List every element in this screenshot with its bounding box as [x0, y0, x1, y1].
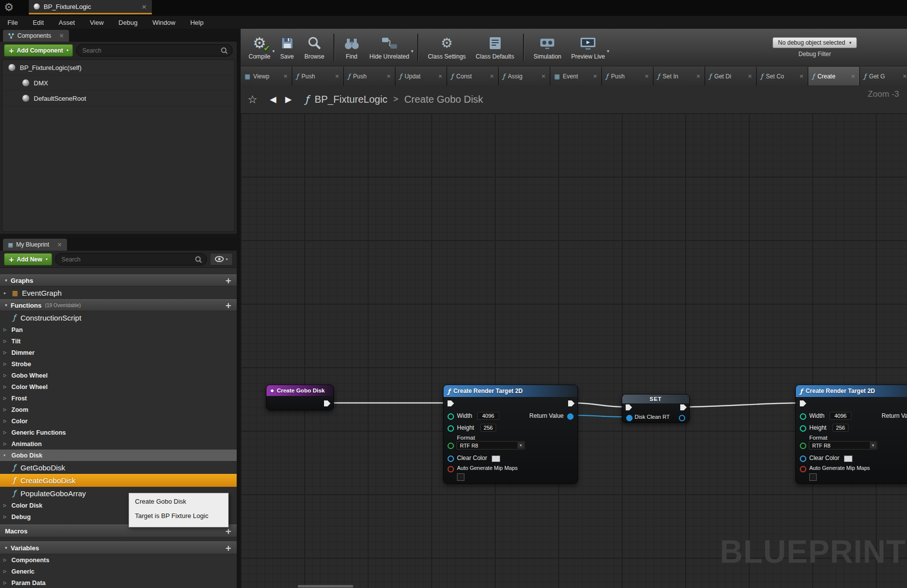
breadcrumb-root[interactable]: BP_FixtureLogic	[315, 94, 388, 105]
expander-icon[interactable]: ▷	[3, 442, 8, 446]
expander-icon[interactable]: ▷	[3, 430, 8, 435]
expander-icon[interactable]: ▷	[3, 407, 8, 412]
menu-asset[interactable]: Asset	[51, 19, 82, 26]
list-item-getgobodisk[interactable]: ƒ GetGoboDisk	[0, 461, 237, 474]
expander-icon[interactable]: ▾	[3, 453, 8, 457]
category-dimmer[interactable]: ▷Dimmer	[0, 347, 237, 358]
tab-components[interactable]: Components ×	[3, 30, 69, 42]
expander-icon[interactable]: ▷	[3, 362, 8, 366]
components-search-input[interactable]	[76, 47, 232, 54]
section-graphs[interactable]: ▾ Graphs +	[0, 274, 237, 286]
back-arrow-icon[interactable]: ◀	[270, 94, 276, 104]
category-components[interactable]: ▷Components	[0, 554, 237, 566]
list-item-eventgraph[interactable]: ▸ ▦ EventGraph	[0, 286, 237, 299]
tab-set-co[interactable]: ƒSet Co×	[757, 66, 808, 85]
close-icon[interactable]: ×	[541, 73, 546, 79]
tab-get-g[interactable]: ƒGet G×	[860, 66, 907, 85]
tab-set-in[interactable]: ƒSet In×	[653, 66, 705, 85]
list-item-constructionscript[interactable]: ƒ ConstructionScript	[0, 311, 237, 324]
browse-button[interactable]: Browse	[300, 35, 329, 60]
save-button[interactable]: Save	[275, 35, 300, 60]
bookmark-star-icon[interactable]: ☆	[248, 93, 258, 106]
category-strobe[interactable]: ▷Strobe	[0, 358, 237, 370]
section-variables[interactable]: ▾ Variables +	[0, 541, 237, 554]
close-icon[interactable]: ×	[490, 73, 494, 79]
close-icon[interactable]: ×	[748, 73, 752, 79]
clear-color-swatch[interactable]	[844, 456, 852, 462]
tab-update[interactable]: ƒUpdat×	[395, 66, 447, 85]
category-color[interactable]: ▷Color	[0, 415, 237, 427]
close-icon[interactable]: ×	[903, 73, 907, 79]
add-component-button[interactable]: + Add Component ▾	[4, 44, 73, 57]
expander-icon[interactable]: ▷	[3, 569, 8, 574]
auto-mips-pin[interactable]	[448, 466, 454, 472]
close-icon[interactable]: ×	[696, 73, 701, 79]
find-button[interactable]: Hide Unrelated Find	[339, 35, 365, 60]
compile-button[interactable]: ⚙✔ Compile	[244, 35, 275, 60]
visibility-filter-button[interactable]: ▾	[210, 253, 233, 265]
node-set-disk-clean-rt[interactable]: SET Disk Clean RT	[622, 394, 690, 423]
expander-icon[interactable]: ▷	[3, 503, 8, 508]
expander-icon[interactable]: ▷	[3, 350, 8, 355]
node-header[interactable]: ƒ Create Render Target 2D	[796, 385, 907, 397]
add-variable-button[interactable]: +	[225, 543, 232, 553]
width-value-field[interactable]: 4096	[477, 412, 499, 420]
close-icon[interactable]: ×	[141, 3, 147, 10]
menu-help[interactable]: Help	[183, 19, 211, 26]
window-doc-tab[interactable]: BP_FixtureLogic ×	[29, 0, 152, 14]
close-icon[interactable]: ×	[851, 73, 855, 79]
debug-object-select[interactable]: No debug object selected ▾	[773, 37, 857, 48]
format-pin[interactable]	[448, 443, 454, 449]
category-animation[interactable]: ▷Animation	[0, 438, 237, 450]
height-pin[interactable]	[448, 425, 454, 432]
auto-mips-pin[interactable]	[800, 466, 806, 472]
exec-in-pin[interactable]	[448, 400, 454, 406]
menu-debug[interactable]: Debug	[111, 19, 145, 26]
expander-icon[interactable]: ▷	[3, 396, 8, 400]
close-icon[interactable]: ×	[283, 73, 288, 79]
node-header[interactable]: SET	[622, 394, 689, 403]
category-gobo-disk[interactable]: ▾ Gobo Disk	[0, 450, 237, 461]
tree-row[interactable]: BP_FixtureLogic(self)	[2, 60, 234, 75]
close-icon[interactable]: ×	[387, 73, 391, 79]
components-search[interactable]	[76, 44, 233, 57]
height-value-field[interactable]: 256	[833, 424, 848, 432]
exec-out-pin[interactable]	[324, 400, 330, 406]
node-header[interactable]: ◆ Create Gobo Disk	[266, 385, 333, 396]
return-value-pin[interactable]	[567, 413, 574, 420]
category-color-wheel[interactable]: ▷Color Wheel	[0, 381, 237, 392]
menu-view[interactable]: View	[82, 19, 111, 26]
close-icon[interactable]: ×	[593, 73, 597, 79]
tab-push-1[interactable]: ƒPush×	[292, 66, 344, 85]
tab-viewport[interactable]: ▦Viewp×	[241, 66, 292, 85]
preview-live-chevron-icon[interactable]: ▾	[607, 49, 609, 54]
close-icon[interactable]: ×	[799, 73, 804, 79]
expander-icon[interactable]: ▷	[3, 558, 8, 562]
auto-mips-checkbox[interactable]	[809, 473, 817, 481]
category-param-data[interactable]: ▷Param Data	[0, 577, 237, 588]
format-dropdown[interactable]: RTF R8 ▾	[456, 441, 525, 450]
category-pan[interactable]: ▷Pan	[0, 324, 237, 335]
format-dropdown[interactable]: RTF R8 ▾	[809, 441, 877, 450]
exec-in-pin[interactable]	[626, 404, 632, 410]
section-functions[interactable]: ▾ Functions (19 Overridable) +	[0, 299, 237, 311]
tab-push-3[interactable]: ƒPush×	[602, 66, 653, 85]
tree-row[interactable]: DMX	[2, 75, 234, 91]
tab-push-2[interactable]: ƒPush×	[344, 66, 395, 85]
category-zoom[interactable]: ▷Zoom	[0, 404, 237, 415]
expander-icon[interactable]: ▷	[3, 385, 8, 389]
tab-create-active[interactable]: ƒCreate×	[808, 66, 860, 85]
category-tilt[interactable]: ▷Tilt	[0, 335, 237, 347]
tab-event[interactable]: ▦Event×	[550, 66, 602, 85]
exec-out-pin[interactable]	[680, 404, 687, 410]
forward-arrow-icon[interactable]: ▶	[285, 94, 292, 104]
menu-window[interactable]: Window	[145, 19, 183, 26]
expander-icon[interactable]: ▷	[3, 373, 8, 378]
category-generic[interactable]: ▷Generic	[0, 566, 237, 577]
node-create-render-target-2[interactable]: ƒ Create Render Target 2D Width 4096 Ret…	[795, 385, 907, 484]
list-item-creategobodisk-selected[interactable]: ƒ CreateGoboDisk	[0, 474, 237, 487]
width-pin[interactable]	[800, 413, 806, 420]
expander-icon[interactable]: ▷	[3, 515, 8, 519]
exec-out-pin[interactable]	[568, 400, 575, 406]
add-function-button[interactable]: +	[225, 301, 232, 310]
